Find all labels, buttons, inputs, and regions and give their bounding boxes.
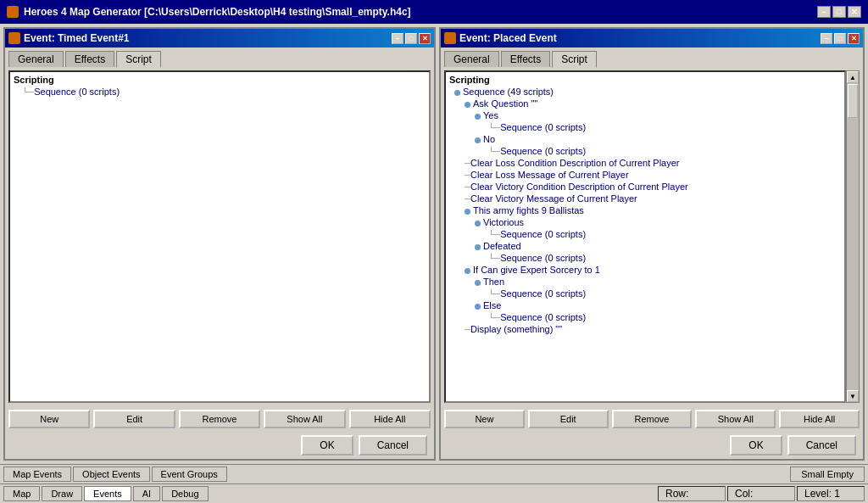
nav-tab-map[interactable]: Map <box>3 486 40 501</box>
left-dialog-title-bar: Event: Timed Event#1 − □ ✕ <box>5 29 434 48</box>
left-script-area[interactable]: Scripting └─ Sequence (0 scripts) <box>8 70 431 403</box>
scrollbar-thumb[interactable] <box>848 84 858 118</box>
right-tree-text-20: Sequence (0 scripts) <box>500 312 586 322</box>
right-tree-row-17: Then <box>448 276 843 288</box>
right-tree-row-6: └─ Sequence (0 scripts) <box>448 145 843 157</box>
status-row: Row: <box>658 486 726 501</box>
right-tree-row-12: Victorious <box>448 216 843 228</box>
right-edit-btn[interactable]: Edit <box>528 410 609 428</box>
left-remove-btn[interactable]: Remove <box>179 410 260 428</box>
right-tree-row-3: Yes <box>448 109 843 121</box>
nav-tab-ai[interactable]: AI <box>133 486 160 501</box>
right-dialog-header: Event: Placed Event <box>444 32 557 44</box>
left-tree-connector-0: └─ <box>22 87 34 97</box>
right-tree-text-6: Sequence (0 scripts) <box>500 146 586 156</box>
scrollbar-track[interactable] <box>847 83 859 390</box>
nav-tab-draw[interactable]: Draw <box>42 486 82 501</box>
left-hide-all-btn[interactable]: Hide All <box>349 410 431 428</box>
left-show-all-btn[interactable]: Show All <box>264 410 345 428</box>
left-dialog-close[interactable]: ✕ <box>419 33 431 44</box>
right-tree-text-11: This army fights 9 Ballistas <box>473 205 584 215</box>
right-tree-row-18: └─ Sequence (0 scripts) <box>448 288 843 299</box>
right-tree-row-19: Else <box>448 299 843 311</box>
app-title-left: Heroes 4 Map Generator [C:\Users\Derrick… <box>7 6 411 18</box>
right-show-all-btn[interactable]: Show All <box>695 410 776 428</box>
bottom-tab-event-groups[interactable]: Event Groups <box>152 467 227 482</box>
right-tree-text-4: Sequence (0 scripts) <box>500 122 586 132</box>
bottom-tab-object-events[interactable]: Object Events <box>73 467 149 482</box>
app-close-btn[interactable]: ✕ <box>848 6 861 18</box>
right-tree-dot-1 <box>454 87 463 97</box>
right-dialog: Event: Placed Event − □ ✕ General Effect… <box>439 27 865 461</box>
right-hide-all-btn[interactable]: Hide All <box>779 410 860 428</box>
right-dialog-close[interactable]: ✕ <box>848 33 860 44</box>
right-dialog-minimize[interactable]: − <box>821 33 832 44</box>
left-ok-btn[interactable]: OK <box>301 435 353 455</box>
right-tree-row-20: └─ Sequence (0 scripts) <box>448 311 843 323</box>
dialogs-row: Event: Timed Event#1 − □ ✕ General Effec… <box>0 24 868 464</box>
right-tree-connector-4: └─ <box>488 123 500 132</box>
left-tab-general[interactable]: General <box>8 51 64 67</box>
app-icon <box>7 6 19 18</box>
right-tree-row-1: Sequence (49 scripts) <box>448 86 843 98</box>
right-tree-dot-12 <box>475 217 483 227</box>
right-script-area[interactable]: Scripting Sequence (49 scripts) Ask Que <box>444 70 846 403</box>
right-tree-row-9: ─ Clear Victory Condition Description of… <box>448 181 843 193</box>
app-title-bar: Heroes 4 Map Generator [C:\Users\Derrick… <box>0 0 868 24</box>
main-area: Event: Timed Event#1 − □ ✕ General Effec… <box>0 24 868 503</box>
right-tree-text-9: Clear Victory Condition Description of C… <box>470 182 688 192</box>
left-dialog-maximize[interactable]: □ <box>405 33 417 44</box>
nav-tabs-row: Map Draw Events AI Debug Row: Col: Level… <box>0 483 868 503</box>
nav-tab-events[interactable]: Events <box>84 486 131 501</box>
right-tab-script[interactable]: Script <box>552 51 597 68</box>
left-dialog-minimize[interactable]: − <box>392 33 403 44</box>
app-maximize-btn[interactable]: □ <box>832 6 846 18</box>
app-title-text: Heroes 4 Map Generator [C:\Users\Derrick… <box>24 6 411 18</box>
app-window-controls: − □ ✕ <box>817 6 861 18</box>
right-scrollbar[interactable]: ▲ ▼ <box>846 70 860 403</box>
bottom-small-empty-tab[interactable]: Small Empty <box>790 467 865 482</box>
scrollbar-up-btn[interactable]: ▲ <box>847 71 859 83</box>
right-tab-general[interactable]: General <box>444 51 499 67</box>
right-tree-text-14: Defeated <box>483 241 521 251</box>
right-tree-text-5: No <box>483 134 495 144</box>
right-dialog-maximize[interactable]: □ <box>834 33 846 44</box>
left-cancel-btn[interactable]: Cancel <box>359 435 427 455</box>
bottom-tab-map-events[interactable]: Map Events <box>3 467 71 482</box>
right-tree-text-1: Sequence (49 scripts) <box>463 87 554 97</box>
right-tree-text-16: If Can give Expert Sorcery to 1 <box>473 265 600 275</box>
right-tree-text-3: Yes <box>483 110 498 120</box>
right-tree-row-7: ─ Clear Loss Condition Description of Cu… <box>448 157 843 169</box>
left-dialog-title: Event: Timed Event#1 <box>24 32 130 44</box>
left-edit-btn[interactable]: Edit <box>93 410 175 428</box>
right-remove-btn[interactable]: Remove <box>612 410 693 428</box>
left-tab-effects[interactable]: Effects <box>65 51 114 67</box>
bottom-area: Map Events Object Events Event Groups Sm… <box>0 464 868 503</box>
right-tree-text-18: Sequence (0 scripts) <box>500 288 586 299</box>
app-minimize-btn[interactable]: − <box>817 6 831 18</box>
right-tree-dot-5 <box>475 134 483 144</box>
bottom-tabs-row: Map Events Object Events Event Groups Sm… <box>0 465 868 483</box>
right-ok-btn[interactable]: OK <box>730 435 782 455</box>
right-tree-row-8: ─ Clear Loss Message of Current Player <box>448 169 843 181</box>
right-tree-dash-8: ─ <box>465 170 470 180</box>
left-dialog-icon <box>8 32 20 44</box>
right-new-btn[interactable]: New <box>444 410 525 428</box>
right-tree-text-8: Clear Loss Message of Current Player <box>470 170 628 180</box>
right-tree-connector-13: └─ <box>488 230 500 239</box>
left-tab-script[interactable]: Script <box>116 51 161 68</box>
right-tree-row-4: └─ Sequence (0 scripts) <box>448 121 843 133</box>
right-cancel-btn[interactable]: Cancel <box>787 435 856 455</box>
left-new-btn[interactable]: New <box>8 410 90 428</box>
right-tree-text-2: Ask Question "" <box>473 98 537 109</box>
nav-tab-debug[interactable]: Debug <box>162 486 208 501</box>
right-tree-text-19: Else <box>483 300 501 310</box>
right-tree-row-21: ─ Display (something) "" <box>448 323 843 335</box>
right-buttons-row: New Edit Remove Show All Hide All <box>441 406 863 432</box>
right-dialog-icon <box>444 32 456 44</box>
status-col: Col: <box>727 486 795 501</box>
right-tree-connector-18: └─ <box>488 289 500 299</box>
right-tree-text-13: Sequence (0 scripts) <box>500 229 586 239</box>
scrollbar-down-btn[interactable]: ▼ <box>847 390 859 402</box>
right-tab-effects[interactable]: Effects <box>501 51 550 67</box>
